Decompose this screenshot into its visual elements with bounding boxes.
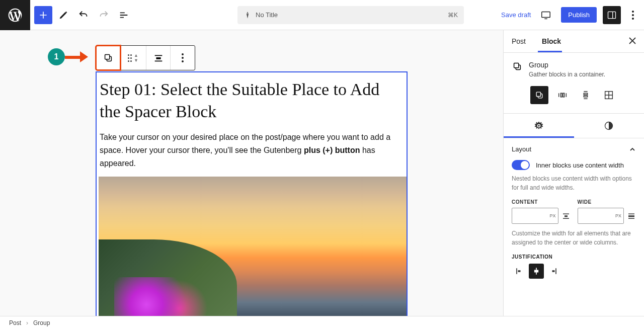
svg-point-3 xyxy=(632,14,634,16)
inspector-subtabs xyxy=(504,113,644,138)
block-type-button[interactable] xyxy=(96,46,120,70)
pen-icon xyxy=(244,11,252,19)
paragraph-block[interactable]: Take your cursor on your desired place o… xyxy=(97,127,407,177)
sidebar-tabs: Post Block xyxy=(504,30,644,53)
options-menu-button[interactable] xyxy=(627,11,639,20)
align-icon xyxy=(153,52,164,63)
editor-header: No Title ⌘K Save draft Publish xyxy=(0,0,644,30)
editor-canvas[interactable]: 1 ▲▼ Step 01: Select the S xyxy=(0,30,503,316)
block-card: Group Gather blocks in a container. xyxy=(504,53,644,86)
svg-point-8 xyxy=(182,60,184,62)
group-icon xyxy=(534,90,544,100)
plus-icon xyxy=(38,10,48,20)
heading-block[interactable]: Step 01: Select the Suitable Place to Ad… xyxy=(97,72,407,127)
svg-rect-0 xyxy=(542,12,550,17)
preview-button[interactable] xyxy=(537,6,555,24)
svg-point-2 xyxy=(632,11,634,13)
block-mover[interactable]: ▲▼ xyxy=(120,46,146,70)
layout-panel-header[interactable]: Layout xyxy=(512,145,636,153)
styles-icon xyxy=(604,121,614,131)
variation-group[interactable] xyxy=(530,86,548,104)
header-actions: Save draft Publish xyxy=(501,6,644,24)
variation-stack[interactable] xyxy=(577,86,595,104)
subtab-styles[interactable] xyxy=(574,114,645,138)
tab-post[interactable]: Post xyxy=(504,30,534,52)
wordpress-icon xyxy=(7,7,23,23)
svg-rect-9 xyxy=(514,63,519,68)
block-toolbar: ▲▼ xyxy=(96,45,195,70)
block-name: Group xyxy=(529,61,605,69)
block-description: Gather blocks in a container. xyxy=(529,71,605,78)
content-width-toggle[interactable] xyxy=(512,160,530,170)
group-block-selected[interactable]: Step 01: Select the Suitable Place to Ad… xyxy=(96,71,408,319)
variation-grid[interactable] xyxy=(600,86,618,104)
row-icon xyxy=(557,90,568,101)
toggle-label: Inner blocks use content width xyxy=(536,161,624,169)
crumb-post[interactable]: Post xyxy=(9,319,21,326)
wide-align-icon[interactable] xyxy=(627,211,636,220)
desktop-icon xyxy=(540,10,551,21)
subtab-settings[interactable] xyxy=(504,114,574,138)
width-help-text: Customize the width for all elements tha… xyxy=(512,229,636,247)
add-block-button[interactable] xyxy=(34,6,52,24)
block-options-button[interactable] xyxy=(171,46,195,70)
wide-width-label: WIDE xyxy=(578,199,636,205)
more-vertical-icon xyxy=(182,53,184,62)
sidebar-toggle-button[interactable] xyxy=(603,6,621,24)
list-view-icon xyxy=(118,10,129,21)
tab-indicator xyxy=(538,51,562,52)
group-icon xyxy=(103,52,114,63)
svg-point-6 xyxy=(182,53,184,55)
save-draft-link[interactable]: Save draft xyxy=(501,11,531,19)
justify-center-icon xyxy=(531,266,541,276)
chevron-up-icon xyxy=(629,146,636,153)
callout-arrow-icon xyxy=(65,52,90,62)
grid-icon xyxy=(603,90,614,101)
tools-button[interactable] xyxy=(54,6,72,24)
justify-left-button[interactable] xyxy=(512,264,527,279)
move-arrows-icon[interactable]: ▲▼ xyxy=(134,53,138,63)
justify-center-button[interactable] xyxy=(529,264,544,279)
breadcrumb-footer: Post › Group xyxy=(0,316,644,329)
block-variations xyxy=(504,86,644,113)
content-width-input[interactable]: PX xyxy=(512,208,558,224)
callout-badge: 1 xyxy=(48,48,65,65)
width-controls: CONTENT PX WIDE PX xyxy=(512,199,636,224)
close-icon xyxy=(629,37,636,44)
crumb-group[interactable]: Group xyxy=(33,319,50,326)
document-title-bar[interactable]: No Title ⌘K xyxy=(237,6,464,24)
justify-right-icon xyxy=(548,266,558,276)
document-overview-button[interactable] xyxy=(115,6,133,24)
undo-button[interactable] xyxy=(74,6,93,24)
command-shortcut: ⌘K xyxy=(448,12,458,19)
edit-icon xyxy=(58,10,69,21)
image-block[interactable] xyxy=(99,177,407,316)
wide-width-input[interactable]: PX xyxy=(578,208,624,224)
variation-row[interactable] xyxy=(553,86,572,104)
content-align-icon[interactable] xyxy=(561,211,571,220)
crumb-separator-icon: › xyxy=(26,319,28,326)
redo-icon xyxy=(98,10,109,21)
align-button[interactable] xyxy=(146,46,171,70)
svg-rect-5 xyxy=(105,55,109,59)
justification-label: JUSTIFICATION xyxy=(512,254,636,260)
content-width-toggle-row: Inner blocks use content width xyxy=(512,160,636,170)
settings-sidebar: Post Block Group Gather blocks in a cont… xyxy=(503,30,644,316)
redo-button[interactable] xyxy=(95,6,113,24)
stack-icon xyxy=(580,90,591,101)
close-sidebar-button[interactable] xyxy=(621,30,644,52)
justify-left-icon xyxy=(514,266,524,276)
layout-panel: Layout Inner blocks use content width Ne… xyxy=(504,138,644,286)
drag-handle-icon[interactable] xyxy=(128,54,132,62)
editor-main: 1 ▲▼ Step 01: Select the S xyxy=(0,30,644,316)
publish-button[interactable]: Publish xyxy=(561,7,597,23)
undo-icon xyxy=(78,10,89,21)
tab-block[interactable]: Block xyxy=(534,30,569,52)
subtab-indicator xyxy=(504,136,574,138)
wp-logo[interactable] xyxy=(0,0,30,30)
svg-point-7 xyxy=(182,57,184,59)
justify-right-button[interactable] xyxy=(546,264,561,279)
svg-point-4 xyxy=(632,18,634,20)
more-vertical-icon xyxy=(632,11,634,20)
group-icon xyxy=(512,61,523,72)
